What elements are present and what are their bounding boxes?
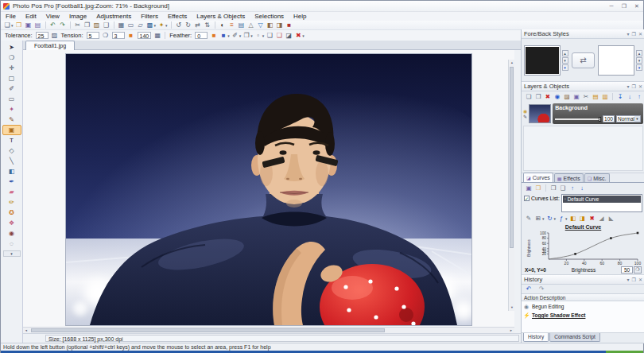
- pencil-tool[interactable]: ✏: [2, 197, 21, 208]
- brightness-value-input[interactable]: 50: [621, 266, 633, 273]
- back-spin-down-icon[interactable]: ▾: [636, 57, 642, 64]
- curve-up-button[interactable]: ↑: [568, 184, 577, 192]
- texture-button[interactable]: ◧: [266, 21, 275, 29]
- crop-canvas-button[interactable]: ▭: [126, 21, 136, 29]
- eyedropper-button[interactable]: ✐▾: [231, 31, 242, 40]
- rotate-right-button[interactable]: ↻: [184, 21, 193, 29]
- delete-curve-button[interactable]: ✖: [588, 214, 597, 223]
- menu-filters[interactable]: Filters: [136, 12, 163, 21]
- marquee-select-tool[interactable]: ▭: [2, 94, 21, 104]
- tab-misc[interactable]: ❏ Misc.: [584, 173, 610, 182]
- add-node-button[interactable]: ⊞▾: [533, 214, 545, 223]
- tab-curves[interactable]: ◪ Curves: [523, 173, 553, 182]
- feather-swatch-button[interactable]: ■: [209, 31, 219, 40]
- eraser-tool[interactable]: ▰: [2, 187, 21, 197]
- swap-colors-button[interactable]: ⇄: [572, 52, 596, 68]
- horizontal-scrollbar[interactable]: ◂ ▸: [23, 327, 514, 333]
- save-button[interactable]: ▣: [24, 21, 33, 29]
- paste-layer-button[interactable]: ▨: [562, 92, 572, 101]
- corner-up-button[interactable]: ◣: [607, 214, 616, 223]
- menu-file[interactable]: File: [1, 12, 21, 21]
- fore-spin-down-icon[interactable]: ▾: [562, 57, 568, 64]
- pattern-button[interactable]: ▩▾: [145, 21, 157, 29]
- flip-vertical-button[interactable]: ⇅: [203, 21, 212, 29]
- vertical-scrollbar[interactable]: ▴ ▾: [508, 60, 514, 311]
- panel-collapse-icon[interactable]: ▾: [627, 83, 630, 89]
- back-picker-icon[interactable]: ▾: [636, 64, 642, 71]
- zoom-tool[interactable]: ❍: [2, 52, 21, 63]
- art-brush-tool[interactable]: ❖: [2, 218, 21, 228]
- size-input[interactable]: 3: [112, 32, 125, 39]
- curve-down-button[interactable]: ↓: [577, 184, 587, 192]
- move-tool[interactable]: ✛: [2, 63, 21, 73]
- tab-commands-script[interactable]: Commands Script: [549, 333, 600, 342]
- document-tab[interactable]: Football1.jpg: [25, 41, 75, 50]
- curves-listbox[interactable]: ▫ Default Curve: [561, 194, 642, 212]
- panel-float-icon[interactable]: ❐: [632, 31, 636, 37]
- foreground-swatch[interactable]: [524, 45, 561, 76]
- size-swatch-button[interactable]: ■: [126, 31, 136, 40]
- layer-visibility-icon[interactable]: ◉: [523, 109, 527, 114]
- menu-selections[interactable]: Selections: [250, 12, 289, 21]
- clipboard-button[interactable]: ❐▾: [242, 31, 254, 40]
- paste-button[interactable]: ▨: [92, 21, 102, 29]
- history-item[interactable]: ◉ Begun Editing: [523, 302, 643, 311]
- undo-step-button[interactable]: ↶: [524, 285, 533, 293]
- curves-list-checkbox[interactable]: ✓: [524, 196, 530, 201]
- brush-select-tool[interactable]: ✎: [2, 114, 21, 125]
- layer-edit-icon[interactable]: ✎: [523, 114, 527, 119]
- tools-scroll-down-icon[interactable]: ▾: [3, 250, 21, 257]
- curves-list-selected[interactable]: ▫ Default Curve: [563, 196, 641, 203]
- width-input[interactable]: 140: [138, 32, 152, 39]
- horizontal-scroll-thumb[interactable]: [31, 328, 385, 332]
- photo-frame-button[interactable]: ◨: [275, 21, 285, 29]
- tolerance-input[interactable]: 25: [36, 32, 48, 39]
- save-layer-button[interactable]: ▣: [572, 92, 581, 101]
- duplicate-layer-button[interactable]: ❐: [533, 92, 543, 101]
- magic-button[interactable]: ✦▾: [157, 21, 169, 29]
- clear-selection-button[interactable]: ✖▾: [293, 31, 305, 40]
- color-levels-button[interactable]: ≡: [227, 21, 237, 29]
- layer-info-button[interactable]: ◉: [553, 92, 562, 101]
- brightness-button[interactable]: △: [246, 21, 256, 29]
- redo-button[interactable]: ↷: [58, 21, 68, 29]
- layer-row-background[interactable]: ◉ ✎ Background 100 Normal ▾: [523, 103, 643, 124]
- panel-collapse-icon[interactable]: ▾: [627, 277, 630, 282]
- close-icon[interactable]: ✕: [630, 1, 643, 11]
- corner-down-button[interactable]: ◢: [597, 214, 607, 223]
- delete-layer-button[interactable]: ✖: [543, 92, 553, 101]
- panel-close-icon[interactable]: ✕: [638, 31, 642, 37]
- chart-tool-button[interactable]: ◪: [284, 31, 293, 40]
- open-button[interactable]: ❒: [14, 21, 24, 29]
- cut-layer-button[interactable]: ✂: [581, 92, 591, 101]
- panel-close-icon[interactable]: ✕: [638, 83, 642, 89]
- tab-effects[interactable]: ▦ Effects: [554, 173, 584, 182]
- panel-close-icon[interactable]: ✕: [638, 277, 642, 282]
- rotate-left-button[interactable]: ↺: [174, 21, 184, 29]
- delete-selection-button[interactable]: ❏: [274, 31, 284, 40]
- tension-input[interactable]: 5: [87, 32, 99, 39]
- saturation-button[interactable]: ▽: [256, 21, 266, 29]
- reset-curve-button[interactable]: ↻▾: [545, 214, 557, 223]
- merge-down-button[interactable]: ▤: [591, 92, 600, 101]
- menu-help[interactable]: Help: [289, 12, 311, 21]
- pointer-tool[interactable]: ➤: [2, 42, 21, 52]
- background-swatch[interactable]: [598, 45, 634, 76]
- brush-tool[interactable]: ✒: [2, 176, 21, 187]
- contrast-button[interactable]: ◐: [218, 21, 227, 29]
- panel-float-icon[interactable]: ❐: [632, 277, 636, 282]
- grid-button[interactable]: ▦: [153, 31, 162, 40]
- fill-tool[interactable]: ◧: [2, 166, 21, 176]
- undo-button[interactable]: ↶: [48, 21, 58, 29]
- redo-step-button[interactable]: ↷: [537, 285, 546, 293]
- minimize-icon[interactable]: ─: [605, 1, 618, 11]
- flatten-button[interactable]: ▥: [600, 92, 610, 101]
- shapes-tool[interactable]: ◇: [2, 145, 21, 156]
- red-eye-tool[interactable]: ◉: [2, 228, 21, 239]
- panel-float-icon[interactable]: ❐: [632, 83, 636, 89]
- history-item-selected[interactable]: ⚡ Toggle Shadow Effect: [523, 311, 643, 320]
- vertical-scroll-thumb[interactable]: [510, 67, 514, 248]
- apply-before-button[interactable]: ◧: [568, 214, 578, 223]
- gradient-map-button[interactable]: ▤: [237, 21, 246, 29]
- magic-wand-tool[interactable]: ✦: [2, 104, 21, 114]
